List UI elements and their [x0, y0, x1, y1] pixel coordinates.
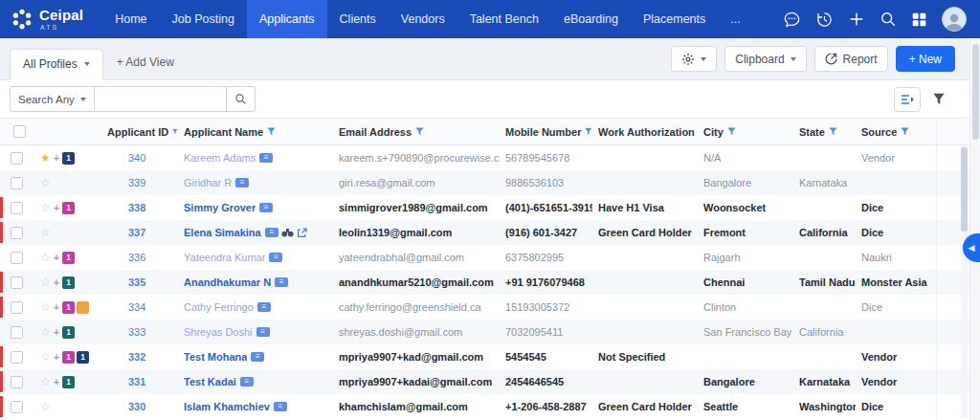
applicant-id-link[interactable]: 335: [128, 276, 145, 288]
contact-card-icon[interactable]: ≡: [235, 178, 249, 188]
applicant-id-link[interactable]: 340: [128, 152, 145, 164]
column-header-state[interactable]: State: [793, 126, 856, 138]
row-checkbox[interactable]: [11, 351, 23, 364]
count-badge[interactable]: 1: [62, 326, 75, 339]
row-checkbox[interactable]: [11, 326, 23, 339]
add-tag-icon[interactable]: +: [54, 277, 59, 288]
column-header-applicant-id[interactable]: Applicant ID: [101, 126, 178, 138]
applicant-name-link[interactable]: Simmy Grover: [184, 202, 256, 213]
row-checkbox[interactable]: [11, 301, 23, 314]
contact-card-icon[interactable]: ≡: [265, 228, 278, 237]
nav-item-clients[interactable]: Clients: [327, 0, 389, 38]
filter-icon[interactable]: [585, 127, 592, 136]
applicant-name-link[interactable]: Test Mohana: [184, 351, 247, 363]
add-tag-icon[interactable]: +: [54, 302, 59, 313]
applicant-id-link[interactable]: 337: [128, 227, 145, 238]
add-view-button[interactable]: + Add View: [103, 55, 188, 79]
column-settings-button[interactable]: [894, 87, 921, 112]
star-icon[interactable]: ☆: [40, 276, 51, 288]
contact-card-icon[interactable]: ≡: [259, 153, 273, 163]
contact-card-icon[interactable]: ≡: [256, 327, 270, 337]
row-checkbox[interactable]: [11, 252, 23, 264]
add-tag-icon[interactable]: +: [54, 203, 59, 213]
search-icon[interactable]: [880, 11, 897, 28]
column-header-source[interactable]: Source: [856, 126, 936, 138]
star-icon[interactable]: ☆: [40, 351, 51, 363]
count-badge[interactable]: 1: [62, 276, 75, 289]
count-badge[interactable]: 1: [62, 351, 75, 364]
add-tag-icon[interactable]: +: [54, 352, 59, 363]
header-checkbox[interactable]: [13, 125, 26, 138]
add-tag-icon[interactable]: +: [54, 327, 59, 338]
binoculars-icon[interactable]: [281, 228, 294, 237]
row-checkbox[interactable]: [11, 276, 23, 289]
applicant-id-link[interactable]: 332: [128, 351, 145, 363]
report-button[interactable]: Report: [814, 46, 888, 72]
applicant-id-link[interactable]: 339: [128, 177, 145, 188]
count-badge[interactable]: 1: [77, 351, 89, 364]
filter-icon[interactable]: [829, 127, 837, 136]
star-icon[interactable]: ☆: [40, 202, 51, 213]
contact-card-icon[interactable]: ≡: [257, 302, 271, 312]
add-tag-icon[interactable]: +: [54, 153, 59, 164]
row-checkbox[interactable]: [11, 401, 23, 413]
nav-item-[interactable]: ...: [718, 0, 752, 38]
count-badge[interactable]: 1: [62, 301, 75, 314]
row-checkbox[interactable]: [11, 177, 23, 189]
apps-grid-icon[interactable]: [911, 11, 927, 28]
nav-item-talent-bench[interactable]: Talent Bench: [457, 0, 551, 38]
contact-card-icon[interactable]: ≡: [251, 352, 264, 362]
brand-logo[interactable]: Ceipal ATS: [0, 8, 97, 31]
search-button[interactable]: [227, 86, 256, 112]
history-icon[interactable]: [815, 11, 834, 29]
star-icon[interactable]: ☆: [40, 301, 51, 313]
column-header-city[interactable]: City: [698, 126, 793, 138]
page-scrollbar[interactable]: [969, 38, 980, 420]
add-tag-icon[interactable]: +: [54, 377, 59, 387]
column-header-mobile[interactable]: Mobile Number: [500, 126, 592, 138]
column-header-applicant-name[interactable]: Applicant Name: [178, 126, 333, 138]
new-button[interactable]: + New: [896, 46, 955, 72]
applicant-id-link[interactable]: 336: [128, 252, 145, 263]
applicant-name-link[interactable]: Cathy Ferringo: [184, 301, 254, 313]
user-avatar[interactable]: [942, 7, 967, 32]
applicant-id-link[interactable]: 331: [128, 376, 145, 387]
count-badge[interactable]: 1: [62, 152, 75, 165]
row-checkbox[interactable]: [11, 227, 23, 239]
applicant-id-link[interactable]: 334: [128, 301, 145, 313]
filter-icon[interactable]: [267, 127, 276, 136]
contact-card-icon[interactable]: ≡: [274, 402, 287, 411]
nav-item-job-posting[interactable]: Job Posting: [160, 0, 247, 38]
settings-dropdown[interactable]: [671, 46, 717, 72]
nav-item-applicants[interactable]: Applicants: [247, 0, 327, 38]
applicant-name-link[interactable]: Yateendra Kumar: [184, 252, 265, 263]
row-checkbox[interactable]: [11, 152, 23, 165]
table-scrollbar[interactable]: [961, 145, 968, 419]
applicant-name-link[interactable]: Test Kadai: [184, 376, 236, 387]
contact-card-icon[interactable]: ≡: [275, 277, 288, 287]
nav-item-vendors[interactable]: Vendors: [389, 0, 457, 38]
star-icon[interactable]: ☆: [40, 177, 51, 188]
applicant-name-link[interactable]: Giridhar R: [184, 177, 232, 188]
search-input[interactable]: [95, 86, 227, 112]
contact-card-icon[interactable]: ≡: [240, 377, 254, 387]
add-tag-icon[interactable]: +: [54, 253, 59, 263]
applicant-name-link[interactable]: Shreyas Doshi: [184, 326, 253, 338]
clipboard-dropdown[interactable]: Clipboard: [724, 46, 806, 72]
add-icon[interactable]: [848, 11, 865, 28]
applicant-id-link[interactable]: 330: [128, 401, 145, 412]
filter-icon[interactable]: [901, 127, 909, 136]
column-header-email[interactable]: Email Address: [333, 126, 500, 138]
count-badge[interactable]: 1: [62, 202, 75, 214]
applicant-id-link[interactable]: 338: [128, 202, 145, 213]
column-header-work-authorization[interactable]: Work Authorization: [592, 126, 698, 138]
applicant-id-link[interactable]: 333: [128, 326, 145, 338]
applicant-name-link[interactable]: Kareem Adams: [184, 152, 256, 164]
nav-item-home[interactable]: Home: [102, 0, 159, 38]
star-icon[interactable]: ★: [40, 152, 51, 164]
star-icon[interactable]: ☆: [40, 326, 51, 338]
contact-card-icon[interactable]: ≡: [259, 203, 273, 212]
filter-button[interactable]: [932, 93, 946, 105]
tab-all-profiles[interactable]: All Profiles: [10, 49, 103, 80]
nav-item-eboarding[interactable]: eBoarding: [551, 0, 631, 38]
